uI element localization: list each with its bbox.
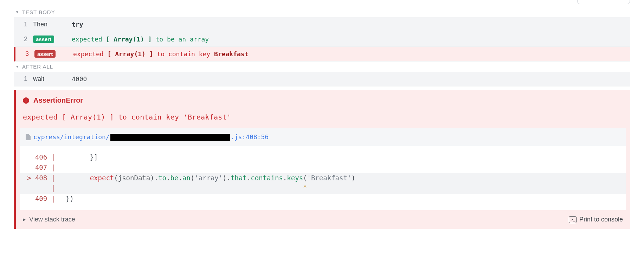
error-icon: !	[23, 97, 29, 104]
command-message: 4000	[72, 75, 87, 83]
command-name: assert	[33, 36, 72, 43]
chevron-down-icon: ▼	[15, 65, 19, 69]
code-line: 407 |	[20, 162, 626, 173]
command-message: try	[72, 21, 83, 28]
row-number: 3	[20, 50, 29, 58]
error-header: ! AssertionError	[16, 90, 630, 113]
command-name: wait	[33, 75, 72, 83]
assertion-error-panel: ! AssertionError expected [ Array(1) ] t…	[14, 90, 630, 229]
command-name: assert	[34, 50, 73, 58]
collapsed-top-button[interactable]	[577, 0, 630, 4]
error-title: AssertionError	[33, 96, 83, 104]
print-to-console-button[interactable]: >_ Print to console	[569, 216, 623, 223]
command-log-row[interactable]: 1 wait 4000	[14, 72, 630, 86]
row-number: 1	[19, 21, 27, 28]
terminal-icon: >_	[569, 216, 577, 223]
file-path-link[interactable]: cypress/integration/.js:408:56	[33, 133, 269, 141]
command-log-row[interactable]: 1 Then try	[14, 17, 630, 32]
after-all-label: AFTER ALL	[22, 64, 53, 70]
view-stack-trace-toggle[interactable]: ▶ View stack trace	[23, 216, 75, 223]
assert-badge-pass: assert	[33, 36, 54, 43]
code-line: 406 | }]	[20, 152, 626, 162]
chevron-right-icon: ▶	[23, 217, 26, 222]
chevron-down-icon: ▼	[15, 10, 19, 14]
redacted-path	[110, 134, 230, 141]
code-line-highlighted: > 408 | expect(jsonData).to.be.an('array…	[20, 173, 626, 183]
file-icon	[26, 134, 31, 140]
code-frame: cypress/integration/.js:408:56 406 | }] …	[20, 128, 626, 210]
view-stack-trace-label: View stack trace	[29, 216, 75, 223]
test-body-section-header[interactable]: ▼ TEST BODY	[14, 7, 630, 17]
row-number: 1	[19, 75, 27, 83]
row-number: 2	[19, 36, 27, 43]
after-all-section-header[interactable]: ▼ AFTER ALL	[14, 62, 630, 72]
assert-badge-fail: assert	[34, 50, 56, 58]
command-message: expected [ Array(1) ] to contain key Bre…	[73, 50, 249, 58]
print-to-console-label: Print to console	[579, 216, 623, 223]
command-name: Then	[33, 21, 72, 28]
code-line: 409 | })	[20, 194, 626, 204]
code-line-caret: | ^	[20, 183, 626, 193]
error-message: expected [ Array(1) ] to contain key 'Br…	[16, 113, 630, 128]
command-log-row[interactable]: 2 assert expected [ Array(1) ] to be an …	[14, 32, 630, 47]
code-frame-file-path[interactable]: cypress/integration/.js:408:56	[20, 128, 626, 146]
command-log-row-failed[interactable]: 3 assert expected [ Array(1) ] to contai…	[14, 47, 630, 62]
code-frame-source: 406 | }] 407 | > 408 | expect(jsonData).…	[20, 146, 626, 210]
error-footer: ▶ View stack trace >_ Print to console	[16, 210, 630, 229]
test-body-label: TEST BODY	[22, 9, 55, 15]
command-message: expected [ Array(1) ] to be an array	[72, 36, 209, 43]
